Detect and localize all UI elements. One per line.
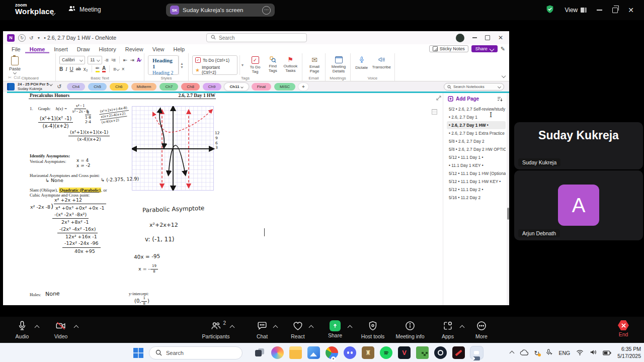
- tab-meeting[interactable]: Meeting: [68, 5, 101, 14]
- host-tools-button[interactable]: Host tools: [355, 320, 391, 339]
- share-screen-button[interactable]: Share: [321, 320, 349, 338]
- quick-access-chevron-icon[interactable]: ▼: [37, 36, 40, 40]
- menu-draw[interactable]: Draw: [72, 44, 95, 53]
- paragraph-align-button[interactable]: ≡: [113, 66, 119, 72]
- tag-important[interactable]: ★Important (Ctrl+2): [195, 65, 234, 75]
- video-tile-suday[interactable]: Suday Kukreja Suday Kukreja: [514, 122, 643, 169]
- menu-review[interactable]: Review: [121, 44, 148, 53]
- security-shield-icon[interactable]: [545, 5, 554, 16]
- delete-button[interactable]: ×: [122, 66, 125, 72]
- clock[interactable]: 6:35 PM 5/17/2025: [617, 346, 641, 359]
- transcribe-button[interactable]: Transcribe: [372, 55, 391, 75]
- close-button[interactable]: ✕: [628, 7, 634, 14]
- react-button[interactable]: React: [285, 320, 311, 339]
- discord-icon[interactable]: [344, 346, 356, 359]
- highlight-color-button[interactable]: ✏: [96, 66, 100, 72]
- section-tab-ch4[interactable]: Ch4: [67, 83, 86, 90]
- todo-tag-button[interactable]: ✓ To Do Tag: [247, 55, 263, 75]
- page-list-item[interactable]: • 2.6, 2.7 Day 1: [447, 113, 506, 121]
- page-list-item[interactable]: • 2.6, 2.7 Day 1 Extra Practice •: [447, 129, 506, 137]
- apps-button[interactable]: Apps: [434, 320, 462, 339]
- add-section-button[interactable]: +: [298, 83, 308, 90]
- subscript-button[interactable]: x₂: [84, 66, 88, 72]
- chat-button[interactable]: Chat: [249, 320, 275, 339]
- tag-todo[interactable]: ✓To Do (Ctrl+1): [195, 57, 234, 63]
- meeting-details-button[interactable]: Meeting Details: [329, 55, 348, 73]
- strikethrough-button[interactable]: ab: [76, 66, 81, 71]
- underline-button[interactable]: U: [70, 66, 73, 72]
- page-list-item[interactable]: 5/12 • 11.1 Day 2 •: [447, 186, 506, 194]
- add-page-button[interactable]: Add Page: [447, 95, 506, 105]
- onenote-share-button[interactable]: Share: [471, 45, 498, 52]
- screen-share-pill[interactable]: SK Suday Kukreja's screen ⋯: [166, 4, 275, 17]
- steam-icon[interactable]: [434, 346, 447, 359]
- page-list-item[interactable]: 5/12 • 11.1 Day 1 HW KEY •: [447, 177, 506, 186]
- onenote-close-button[interactable]: ✕: [498, 34, 503, 41]
- page-list-item[interactable]: 5/2 • 2.6, 2.7 Self-review/study HW: [447, 105, 506, 113]
- note-container-icon[interactable]: [432, 109, 437, 115]
- taskbar-search-input[interactable]: Search: [149, 346, 243, 359]
- audio-button[interactable]: Audio: [8, 320, 36, 339]
- font-size-select[interactable]: 11: [88, 56, 102, 64]
- language-indicator[interactable]: ENG: [559, 350, 571, 356]
- sync-status-icon[interactable]: ↻: [18, 34, 26, 42]
- page-list-item[interactable]: 5/12 • 11.1 Day 1 HW (Optional) •: [447, 169, 506, 177]
- onenote-search-input[interactable]: Search: [206, 33, 307, 42]
- italic-button[interactable]: I: [65, 66, 67, 72]
- start-button[interactable]: [133, 347, 144, 360]
- section-tab-ch8[interactable]: Ch8: [181, 83, 200, 90]
- valorant-icon[interactable]: V: [398, 346, 411, 359]
- menu-file[interactable]: File: [7, 44, 25, 53]
- page-list-item[interactable]: 5/8 • 2.6, 2.7 Day 2: [447, 137, 506, 145]
- tray-overflow-chevron-icon[interactable]: [509, 350, 514, 355]
- workspace-dropdown-chevron-icon[interactable]: [51, 8, 55, 17]
- section-tab-ch6[interactable]: Ch6: [110, 83, 128, 90]
- view-button[interactable]: View: [565, 7, 587, 14]
- file-explorer-icon[interactable]: [289, 346, 302, 359]
- page-list-item[interactable]: 5/8 • 2.6, 2.7 Day 2 HW OPTIONAL •: [447, 145, 506, 153]
- dictate-button[interactable]: Dictate: [354, 55, 369, 75]
- menu-view[interactable]: View: [148, 44, 169, 53]
- sort-pages-icon[interactable]: [497, 97, 503, 103]
- zoom-app-icon[interactable]: [470, 346, 483, 359]
- section-tab-ch5[interactable]: Ch5: [88, 83, 107, 90]
- find-tags-button[interactable]: Find Tags: [265, 55, 281, 75]
- section-tab-ch11[interactable]: Ch11: [224, 83, 249, 90]
- scrollbar[interactable]: [507, 93, 509, 306]
- menu-home[interactable]: Home: [25, 44, 50, 53]
- onenote-minimize-button[interactable]: [472, 37, 477, 38]
- page-canvas[interactable]: Precalculus Honors 2.6, 2.7 Day 1 HW 1. …: [3, 93, 509, 306]
- speaker-icon[interactable]: [590, 348, 597, 357]
- clear-formatting-button[interactable]: A̷: [137, 57, 140, 63]
- restore-button[interactable]: [612, 8, 618, 13]
- styles-gallery[interactable]: Heading 1 Heading 2: [148, 55, 179, 75]
- game-icon-red[interactable]: [452, 346, 465, 359]
- section-tab-misc[interactable]: MISC: [274, 83, 295, 90]
- participants-button[interactable]: 2 Participants: [200, 320, 232, 339]
- game-icon-gold[interactable]: ♜: [362, 346, 374, 359]
- nav-back-icon[interactable]: ↺: [57, 83, 61, 90]
- menu-insert[interactable]: Insert: [49, 44, 72, 53]
- account-avatar[interactable]: [456, 34, 464, 42]
- battery-icon[interactable]: [603, 348, 611, 357]
- section-tab-midterm[interactable]: Midterm: [131, 83, 157, 90]
- task-view-icon[interactable]: [253, 346, 266, 359]
- expand-icon[interactable]: [436, 94, 441, 103]
- indent-button[interactable]: ⇥: [130, 57, 134, 63]
- section-tab-final[interactable]: Final: [252, 83, 271, 90]
- font-name-select[interactable]: Calibri: [59, 56, 85, 64]
- outdent-button[interactable]: ⇤: [123, 57, 127, 63]
- photos-app-icon[interactable]: [307, 346, 320, 359]
- ribbon-collapse-chevron-icon[interactable]: [502, 70, 505, 79]
- numbered-list-button[interactable]: ¹≡: [111, 57, 116, 63]
- bullet-list-button[interactable]: ∙≡: [105, 57, 109, 63]
- onedrive-cloud-icon[interactable]: [520, 348, 528, 357]
- minimize-button[interactable]: [597, 10, 602, 11]
- note-page[interactable]: Precalculus Honors 2.6, 2.7 Day 1 HW 1. …: [3, 93, 443, 306]
- minecraft-icon[interactable]: [416, 346, 429, 359]
- microphone-tray-icon[interactable]: [546, 348, 553, 357]
- wifi-icon[interactable]: [576, 348, 584, 357]
- page-list-item[interactable]: • 11.1 Day 1 KEY •: [447, 161, 506, 169]
- search-notebooks-input[interactable]: Search Notebooks: [444, 83, 504, 90]
- bold-button[interactable]: B: [59, 66, 63, 72]
